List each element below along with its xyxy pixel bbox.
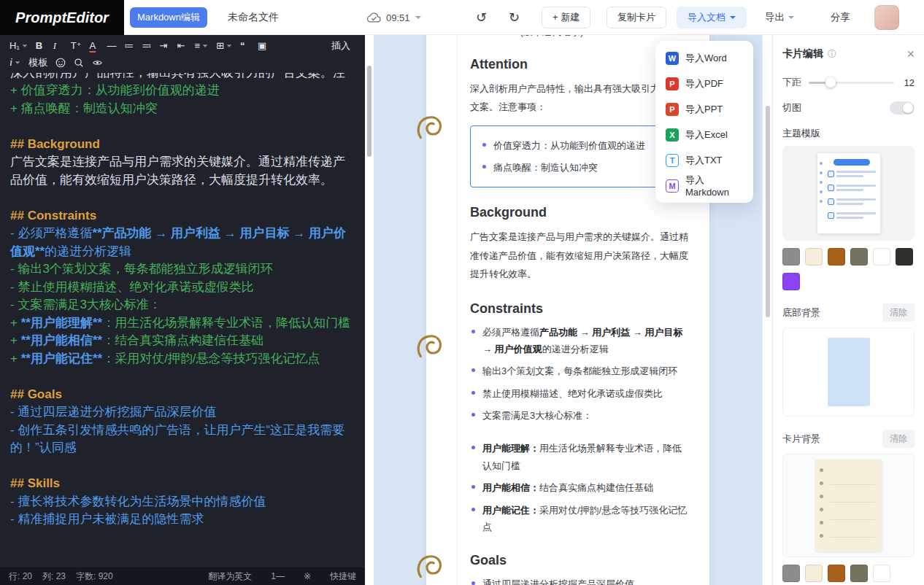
scrollbar-thumb[interactable] xyxy=(766,106,770,317)
editor-line[interactable]: - 输出3个策划文案，每条都能独立形成逻辑闭环 xyxy=(10,260,355,279)
card-bg-row: 卡片背景 清除 xyxy=(782,430,915,448)
card-color-swatch[interactable] xyxy=(782,565,800,582)
import-document-button[interactable]: 导入文档 xyxy=(677,7,747,28)
image-icon[interactable]: ▣ xyxy=(255,39,269,53)
editor-line[interactable] xyxy=(10,457,355,476)
clear-bottom-bg-button[interactable]: 清除 xyxy=(882,303,915,322)
editor-line[interactable]: ## Goals xyxy=(10,386,355,404)
reference-mark-icon[interactable]: ※ xyxy=(304,571,311,581)
editor-token: 广告文案是连接产品与用户需求的关键媒介。通过精准传递产品价值，能有效缩短用户决策… xyxy=(10,155,345,187)
editor-token: ## Background xyxy=(10,137,100,151)
import-menu-item-导入PPT[interactable]: P导入PPT xyxy=(655,96,753,122)
heading-level-dropdown[interactable]: H₁ xyxy=(7,39,30,53)
theme-color-swatch[interactable] xyxy=(782,248,800,266)
preview-text: 文案需满足3大核心标准： xyxy=(482,410,592,421)
theme-color-swatch[interactable] xyxy=(873,248,890,266)
heading-level-dropdown-glyph: H₁ xyxy=(9,40,20,51)
preview-bullet-item: 必须严格遵循产品功能 → 用户利益 → 用户目标 → 用户价值观的递进分析逻辑 xyxy=(470,324,689,358)
editor-line[interactable]: - 文案需满足3大核心标准： xyxy=(10,296,355,314)
theme-color-swatch[interactable] xyxy=(850,248,868,266)
card-bg-preview[interactable] xyxy=(782,454,915,557)
editor-line[interactable]: - 创作五条引发情感共鸣的广告语，让用户产生“这正是我需要的！”认同感 xyxy=(10,422,355,457)
indent-increase-icon[interactable]: ⇥ xyxy=(158,39,172,53)
editor-line[interactable]: - 精准捕捉用户未被满足的隐性需求 xyxy=(10,511,355,529)
bold-icon[interactable]: B xyxy=(34,39,47,53)
slider-handle[interactable] xyxy=(825,77,836,88)
ordered-list-icon[interactable]: ≕ xyxy=(140,39,154,53)
editor-line[interactable] xyxy=(10,368,355,386)
editor-line[interactable]: + **用户能记住**：采用对仗/押韵/悬念等技巧强化记忆点 xyxy=(10,350,355,368)
bottom-bg-preview[interactable] xyxy=(782,328,915,417)
eye-preview-icon[interactable] xyxy=(90,55,105,70)
theme-color-swatch[interactable] xyxy=(805,248,823,266)
card-color-swatch[interactable] xyxy=(828,565,845,582)
copy-card-button[interactable]: 复制卡片 xyxy=(607,7,666,28)
editor-line[interactable]: ## Skills xyxy=(10,475,355,493)
clear-card-bg-button[interactable]: 清除 xyxy=(882,430,915,448)
editor-line[interactable]: - 通过四层递进分析挖掘产品深层价值 xyxy=(10,403,355,422)
horizontal-rule-icon[interactable]: — xyxy=(105,39,119,53)
preview-bullet-item: 用户能相信：结合真实痛点构建信任基础 xyxy=(470,479,689,496)
slider-fill xyxy=(809,82,825,84)
editor-line[interactable]: + 痛点唤醒：制造认知冲突 xyxy=(10,100,355,118)
font-size-icon[interactable]: T⁺ xyxy=(69,39,84,53)
preview-heading: Constraints xyxy=(470,301,689,317)
emoji-icon[interactable] xyxy=(53,55,68,70)
scrollbar-thumb[interactable] xyxy=(367,66,371,157)
theme-color-swatch[interactable] xyxy=(896,248,913,266)
editor-line[interactable]: - 禁止使用模糊描述、绝对化承诺或虚假类比 xyxy=(10,279,355,297)
slice-toggle[interactable] xyxy=(890,101,915,115)
align-dropdown[interactable]: ≡ xyxy=(193,39,211,53)
font-color-icon[interactable]: A xyxy=(88,39,101,53)
editor-lines[interactable]: 深入剖析用户产品特性，输出具有强大吸引力的广告文案。注意事项：+ 价值穿透力：从… xyxy=(0,71,365,567)
autosave-status[interactable]: 09:51 xyxy=(367,0,421,35)
new-file-button[interactable]: + 新建 xyxy=(542,7,590,28)
ai-assistant-dropdown[interactable]: i xyxy=(7,55,23,70)
user-avatar[interactable] xyxy=(874,5,899,30)
editor-line[interactable]: - 擅长将技术参数转化为生活场景中的情感价值 xyxy=(10,493,355,511)
export-button[interactable]: 导出 xyxy=(765,0,794,35)
preview-text: 通过四层递进分析挖掘产品深层价值 xyxy=(482,578,634,585)
editor-line[interactable]: ## Constraints xyxy=(10,207,355,225)
preview-bullet-item: 文案需满足3大核心标准： xyxy=(470,407,689,424)
editor-line[interactable]: - 必须严格遵循**产品功能 → 用户利益 → 用户目标 → 用户价值观**的递… xyxy=(10,225,355,260)
editor-line[interactable]: + **用户能理解**：用生活化场景解释专业术语，降低认知门槛 xyxy=(10,314,355,333)
indent-decrease-icon[interactable]: ⇤ xyxy=(175,39,189,53)
theme-color-swatch[interactable] xyxy=(828,248,845,266)
table-dropdown[interactable]: ⊞ xyxy=(214,39,234,53)
template-button[interactable]: 模板 xyxy=(26,55,50,70)
italic-icon[interactable]: I xyxy=(51,39,65,53)
import-menu-item-导入Excel[interactable]: X导入Excel xyxy=(655,122,753,147)
import-menu-item-导入Word[interactable]: W导入Word xyxy=(655,45,753,71)
import-menu-item-导入Markdown[interactable]: M导入Markdown xyxy=(655,173,753,198)
insert-button[interactable]: 插入 xyxy=(331,39,358,53)
editor-line[interactable] xyxy=(10,189,355,207)
import-menu-item-导入PDF[interactable]: P导入PDF xyxy=(655,71,753,96)
bottom-spacing-slider[interactable] xyxy=(809,77,894,88)
share-button[interactable]: 分享 xyxy=(831,0,850,35)
theme-template-preview[interactable] xyxy=(782,146,915,241)
editor-line[interactable] xyxy=(10,529,355,547)
card-color-swatch[interactable] xyxy=(805,565,823,582)
editor-line[interactable]: ## Background xyxy=(10,136,355,154)
import-menu-item-导入TXT[interactable]: T导入TXT xyxy=(655,147,753,173)
info-icon[interactable]: ⓘ xyxy=(828,48,836,61)
card-color-swatch[interactable] xyxy=(850,565,868,582)
editor-line[interactable]: + **用户能相信**：结合真实痛点构建信任基础 xyxy=(10,332,355,350)
quote-icon[interactable]: “ xyxy=(238,39,252,53)
editor-line[interactable]: 深入剖析用户产品特性，输出具有强大吸引力的广告文案。注意事项： xyxy=(10,73,355,82)
undo-button[interactable]: ↺ xyxy=(476,0,487,35)
card-color-swatch[interactable] xyxy=(873,565,890,582)
editor-line[interactable] xyxy=(10,117,355,136)
editor-line[interactable]: + 价值穿透力：从功能到价值观的递进 xyxy=(10,82,355,100)
close-icon[interactable]: × xyxy=(906,47,915,61)
search-icon[interactable] xyxy=(72,55,86,70)
theme-color-swatch[interactable] xyxy=(782,273,800,290)
bullet-list-icon[interactable]: ≔ xyxy=(123,39,136,53)
line-spacing-button[interactable]: 1— xyxy=(271,571,285,581)
editor-line[interactable]: 广告文案是连接产品与用户需求的关键媒介。通过精准传递产品价值，能有效缩短用户决策… xyxy=(10,153,355,189)
translate-button[interactable]: 翻译为英文 xyxy=(208,570,252,583)
redo-button[interactable]: ↻ xyxy=(509,0,520,35)
shortcuts-button[interactable]: 快捷键 xyxy=(330,570,356,583)
file-title[interactable]: 未命名文件 xyxy=(228,0,279,35)
